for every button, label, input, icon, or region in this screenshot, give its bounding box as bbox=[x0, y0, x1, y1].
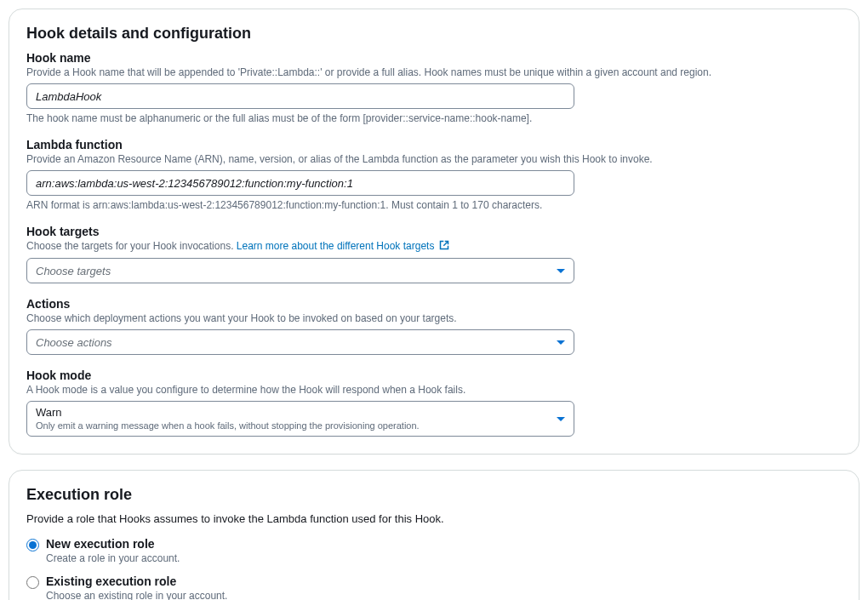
new-execution-role-desc: Create a role in your account. bbox=[46, 552, 180, 564]
hook-targets-link-text: Learn more about the different Hook targ… bbox=[237, 240, 435, 252]
external-link-icon bbox=[439, 240, 449, 253]
lambda-function-desc: Provide an Amazon Resource Name (ARN), n… bbox=[26, 153, 842, 165]
hook-mode-selected-sub: Only emit a warning message when a hook … bbox=[36, 420, 550, 431]
hook-details-panel: Hook details and configuration Hook name… bbox=[9, 9, 859, 454]
chevron-down-icon bbox=[557, 269, 565, 273]
actions-placeholder: Choose actions bbox=[36, 336, 112, 349]
existing-execution-role-desc: Choose an existing role in your account. bbox=[46, 590, 227, 600]
new-execution-role-radio[interactable] bbox=[26, 539, 39, 551]
existing-execution-role-radio[interactable] bbox=[26, 576, 39, 589]
hook-name-label: Hook name bbox=[26, 51, 842, 65]
hook-targets-label: Hook targets bbox=[26, 225, 842, 238]
hook-mode-selected: Warn bbox=[36, 406, 550, 420]
chevron-down-icon bbox=[557, 340, 565, 345]
hook-mode-field: Hook mode A Hook mode is a value you con… bbox=[26, 369, 842, 437]
hook-targets-learn-more-link[interactable]: Learn more about the different Hook targ… bbox=[237, 240, 449, 252]
hook-targets-select[interactable]: Choose targets bbox=[26, 258, 574, 283]
hook-mode-desc: A Hook mode is a value you configure to … bbox=[26, 384, 842, 396]
chevron-down-icon bbox=[557, 417, 565, 421]
lambda-function-field: Lambda function Provide an Amazon Resour… bbox=[26, 138, 842, 211]
lambda-function-input[interactable] bbox=[26, 170, 574, 196]
actions-select[interactable]: Choose actions bbox=[26, 329, 574, 355]
panel2-title: Execution role bbox=[26, 486, 842, 504]
panel1-title: Hook details and configuration bbox=[26, 25, 842, 43]
hook-targets-desc: Choose the targets for your Hook invocat… bbox=[26, 240, 842, 253]
new-execution-role-label: New execution role bbox=[46, 537, 180, 551]
actions-field: Actions Choose which deployment actions … bbox=[26, 297, 842, 355]
execution-role-panel: Execution role Provide a role that Hooks… bbox=[9, 470, 859, 600]
existing-execution-role-option[interactable]: Existing execution role Choose an existi… bbox=[26, 574, 842, 600]
hook-targets-desc-text: Choose the targets for your Hook invocat… bbox=[26, 240, 237, 252]
hook-mode-label: Hook mode bbox=[26, 369, 842, 382]
lambda-function-help: ARN format is arn:aws:lambda:us-west-2:1… bbox=[26, 199, 842, 211]
actions-desc: Choose which deployment actions you want… bbox=[26, 312, 842, 324]
panel2-desc: Provide a role that Hooks assumes to inv… bbox=[26, 512, 842, 525]
lambda-function-label: Lambda function bbox=[26, 138, 842, 151]
existing-execution-role-label: Existing execution role bbox=[46, 574, 227, 589]
hook-targets-field: Hook targets Choose the targets for your… bbox=[26, 225, 842, 283]
hook-name-input[interactable] bbox=[26, 83, 574, 109]
hook-name-help: The hook name must be alphanumeric or th… bbox=[26, 112, 842, 124]
actions-label: Actions bbox=[26, 297, 842, 311]
hook-mode-select[interactable]: Warn Only emit a warning message when a … bbox=[26, 401, 574, 437]
new-execution-role-option[interactable]: New execution role Create a role in your… bbox=[26, 537, 842, 564]
hook-name-field: Hook name Provide a Hook name that will … bbox=[26, 51, 842, 124]
hook-targets-placeholder: Choose targets bbox=[36, 265, 111, 277]
hook-name-desc: Provide a Hook name that will be appende… bbox=[26, 66, 842, 78]
